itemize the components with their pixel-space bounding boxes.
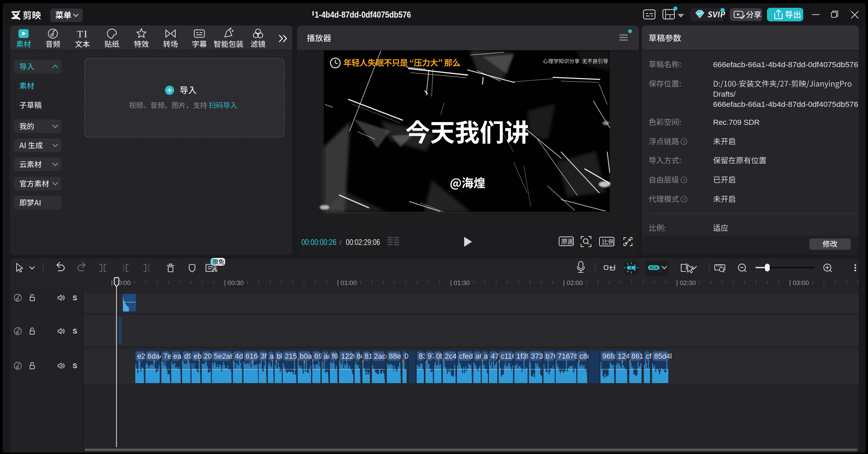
svg-text:69: 69 <box>314 352 322 360</box>
svg-text:cf: cf <box>646 352 652 360</box>
svg-text:02:00: 02:00 <box>567 279 583 286</box>
svg-text:666efacb-66a1-4b4d-87dd-0df407: 666efacb-66a1-4b4d-87dd-0df4075db576 <box>713 100 858 109</box>
svg-text:Drafts/: Drafts/ <box>713 90 736 98</box>
svg-text:S: S <box>73 362 77 370</box>
svg-text:ea: ea <box>173 352 181 360</box>
svg-text:1-4b4d-87dd-0df4075db576: 1-4b4d-87dd-0df4075db576 <box>315 10 411 20</box>
svg-text:47: 47 <box>491 352 499 360</box>
svg-text:Rec.709 SDR: Rec.709 SDR <box>713 118 760 127</box>
svg-text:/: / <box>339 238 342 247</box>
svg-text:?: ? <box>683 139 685 145</box>
svg-text:03:00: 03:00 <box>793 279 809 286</box>
svg-text:00:00:00:26: 00:00:00:26 <box>301 238 336 247</box>
svg-text:01:00: 01:00 <box>341 279 357 286</box>
svg-text:81: 81 <box>364 352 373 360</box>
svg-text:S: S <box>73 327 77 335</box>
svg-text:00:30: 00:30 <box>228 279 244 286</box>
svg-text:?: ? <box>683 178 685 183</box>
svg-text:666efacb-66a1-4b4d-87dd-0df407: 666efacb-66a1-4b4d-87dd-0df4075db576 <box>713 60 858 69</box>
svg-text:3f: 3f <box>261 352 267 360</box>
svg-text:d9: d9 <box>184 352 192 360</box>
svg-text:85d4l: 85d4l <box>654 352 672 360</box>
svg-text:?: ? <box>683 197 685 202</box>
svg-text:1f39: 1f39 <box>516 352 531 360</box>
svg-text:c116: c116 <box>501 352 516 360</box>
svg-text:96fa: 96fa <box>603 352 617 360</box>
svg-text:TI: TI <box>77 28 88 39</box>
svg-text:bl: bl <box>277 352 282 360</box>
svg-text:02:30: 02:30 <box>680 279 696 286</box>
svg-text:124: 124 <box>618 352 630 360</box>
svg-text:01:30: 01:30 <box>454 279 470 286</box>
svg-text:S: S <box>73 294 77 302</box>
svg-text:eb: eb <box>194 352 202 360</box>
svg-text:00:02:29:06: 00:02:29:06 <box>346 238 380 247</box>
svg-text:e2: e2 <box>137 352 145 360</box>
